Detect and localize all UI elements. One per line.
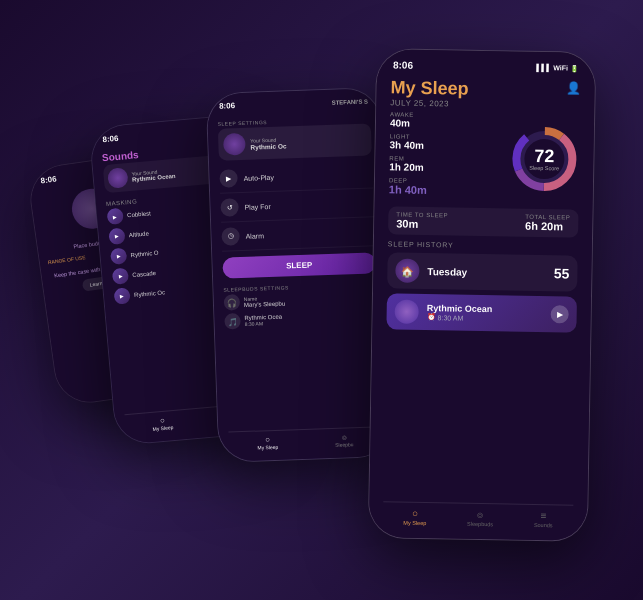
play-for-label: Play For bbox=[244, 202, 270, 210]
sleepbuds-tab-label: Sleepbuds bbox=[467, 521, 493, 527]
stage-rem: REM 1h 20m bbox=[389, 155, 501, 174]
p4-date: JULY 25, 2023 bbox=[390, 98, 468, 108]
my-sleep-tab-label: My Sleep bbox=[403, 520, 426, 526]
history-sound-time: ⏰ 8:30 AM bbox=[426, 313, 542, 323]
p4-title: My Sleep bbox=[390, 78, 468, 97]
user-icon[interactable]: 👤 bbox=[565, 81, 580, 95]
p3-tab-bar: ○ My Sleep ⌾ Sleepbu bbox=[228, 426, 382, 453]
history-time-value: 8:30 AM bbox=[437, 314, 463, 321]
play-icon: ▶ bbox=[118, 273, 123, 279]
history-day: Tuesday bbox=[427, 266, 546, 279]
p3-bud-item-2: 🎵 Rythmic Ocea 8:30 AM bbox=[224, 308, 377, 329]
p3-alarm-item[interactable]: ◷ Alarm bbox=[221, 217, 375, 251]
auto-play-icon: ▶ bbox=[219, 169, 238, 188]
p4-header: My Sleep JULY 25, 2023 👤 bbox=[390, 78, 580, 110]
stage-deep: DEEP 1h 40m bbox=[388, 177, 500, 197]
p3-sound-card[interactable]: Your Sound Rythmic Oc bbox=[217, 123, 371, 160]
p3-sound-name: Rythmic Oc bbox=[250, 142, 286, 150]
p2-sound-thumbnail bbox=[107, 167, 129, 189]
phone-3: 8:06 STEFANI'S S SLEEP SETTINGS Your Sou… bbox=[205, 87, 393, 463]
awake-value: 40m bbox=[389, 117, 501, 130]
stage-awake: AWAKE 40m bbox=[389, 111, 501, 130]
sounds-tab-icon: ≡ bbox=[533, 510, 552, 521]
history-play-button[interactable]: ▶ bbox=[550, 305, 568, 323]
bud-icon: 🎧 bbox=[223, 294, 240, 311]
sound-item-name: Cascade bbox=[132, 270, 156, 278]
alarm-label: Alarm bbox=[245, 232, 264, 240]
play-icon: ▶ bbox=[112, 213, 117, 219]
p4-tab-bar: ○ My Sleep ⌾ Sleepbuds ≡ Sounds bbox=[382, 501, 572, 530]
history-sound-info: Rythmic Ocean ⏰ 8:30 AM bbox=[426, 303, 542, 323]
stage-light: LIGHT 3h 40m bbox=[389, 133, 501, 152]
p3-bud-item-1: 🎧 Name Mary's Sleepbu bbox=[223, 289, 376, 310]
sound-item-name: Cobblest bbox=[126, 210, 150, 218]
history-score: 55 bbox=[553, 265, 569, 281]
sound-item-name: Altitude bbox=[128, 231, 148, 239]
alarm-icon: ◷ bbox=[221, 227, 240, 246]
p3-time: 8:06 bbox=[218, 101, 234, 111]
history-item-sound[interactable]: Rythmic Ocean ⏰ 8:30 AM ▶ bbox=[386, 293, 577, 332]
phones-container: 8:06 Place buds and tap RANGE OF USE Kee… bbox=[32, 20, 612, 580]
p4-tab-sleepbuds[interactable]: ⌾ Sleepbuds bbox=[467, 509, 493, 527]
sleep-score-circle: 72 Sleep Score bbox=[508, 123, 579, 194]
sounds-tab-label: Sounds bbox=[533, 522, 552, 528]
p4-status-icons: ▌▌▌ WiFi 🔋 bbox=[536, 63, 579, 72]
history-icon: 🏠 bbox=[395, 259, 419, 283]
p4-tab-sounds[interactable]: ≡ Sounds bbox=[533, 510, 552, 528]
auto-play-label: Auto-Play bbox=[243, 173, 274, 181]
sleep-stages: AWAKE 40m LIGHT 3h 40m REM 1h 20m DEEP bbox=[388, 111, 502, 202]
p1-time: 8:06 bbox=[40, 174, 57, 185]
p3-header-name: STEFANI'S S bbox=[331, 98, 368, 105]
play-icon: ▶ bbox=[114, 233, 119, 239]
play-icon: ▶ bbox=[119, 293, 124, 299]
score-number: 72 bbox=[529, 146, 559, 165]
play-for-icon: ↺ bbox=[220, 198, 239, 217]
p3-sound-thumbnail bbox=[223, 133, 246, 156]
p3-tab-my-sleep[interactable]: ○ My Sleep bbox=[257, 435, 278, 451]
bud-icon-2: 🎵 bbox=[224, 313, 241, 330]
tab-my-sleep[interactable]: ○ My Sleep bbox=[151, 415, 173, 432]
total-sleep-stat: TOTAL SLEEP 6h 20m bbox=[525, 214, 570, 233]
light-value: 3h 40m bbox=[389, 139, 501, 152]
deep-value: 1h 40m bbox=[388, 183, 500, 197]
score-label: Sleep Score bbox=[529, 164, 559, 171]
history-sound-thumbnail bbox=[394, 300, 418, 324]
rem-value: 1h 20m bbox=[389, 161, 501, 174]
sound-item-name: Rythmic O bbox=[130, 250, 158, 258]
my-sleep-tab-icon: ○ bbox=[403, 508, 426, 519]
sleepbuds-tab-icon: ⌾ bbox=[467, 509, 493, 520]
sleep-stats-row: AWAKE 40m LIGHT 3h 40m REM 1h 20m DEEP bbox=[388, 111, 580, 203]
phone-4-main: 8:06 ▌▌▌ WiFi 🔋 My Sleep JULY 25, 2023 👤 bbox=[367, 48, 596, 542]
sound-item-name: Rythmic Oc bbox=[133, 289, 164, 298]
p4-time: 8:06 bbox=[392, 59, 412, 70]
p3-sleep-button[interactable]: SLEEP bbox=[222, 252, 376, 278]
history-item-tuesday[interactable]: 🏠 Tuesday 55 bbox=[387, 252, 578, 291]
p2-time: 8:06 bbox=[102, 134, 119, 144]
sleep-score-display: 72 Sleep Score bbox=[529, 146, 559, 171]
sleep-history-header: SLEEP HISTORY bbox=[387, 240, 577, 250]
p3-tab-sleepbuds[interactable]: ⌾ Sleepbu bbox=[334, 432, 353, 448]
time-stats-row: TIME TO SLEEP 30m TOTAL SLEEP 6h 20m bbox=[388, 206, 578, 237]
play-icon: ▶ bbox=[116, 253, 121, 259]
p4-tab-my-sleep[interactable]: ○ My Sleep bbox=[403, 508, 426, 526]
total-sleep-value: 6h 20m bbox=[525, 220, 570, 233]
time-to-sleep-value: 30m bbox=[396, 218, 448, 231]
time-to-sleep-stat: TIME TO SLEEP 30m bbox=[396, 212, 448, 231]
